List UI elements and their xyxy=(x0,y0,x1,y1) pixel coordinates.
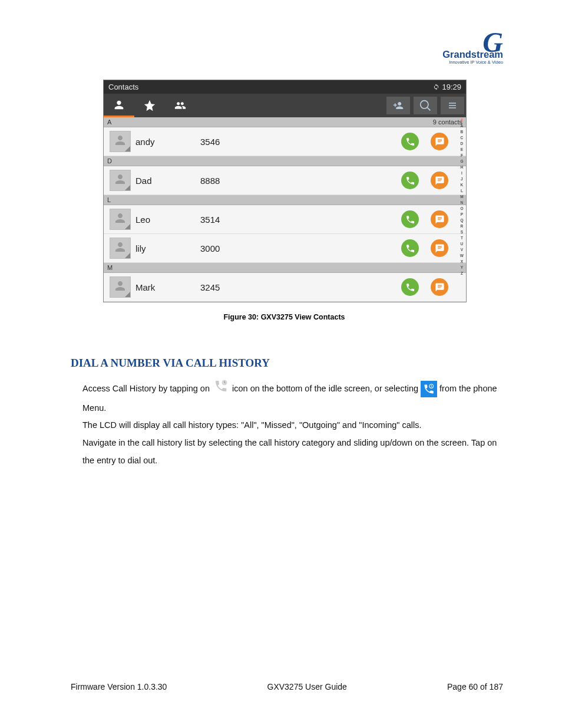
brand-tagline: Innovative IP Voice & Video xyxy=(442,60,503,65)
tab-contacts[interactable] xyxy=(104,94,134,117)
page-footer: Firmware Version 1.0.3.30 GXV3275 User G… xyxy=(71,682,503,691)
avatar xyxy=(110,209,131,230)
contacts-list[interactable]: A9 contactsandy3546DDad8888LLeo3514lily3… xyxy=(104,117,466,302)
section-header: A9 contacts xyxy=(104,117,466,127)
menu-button[interactable] xyxy=(441,97,464,114)
message-button[interactable] xyxy=(431,239,448,257)
person-add-icon xyxy=(392,100,404,111)
message-button[interactable] xyxy=(431,278,448,296)
message-button[interactable] xyxy=(431,210,448,228)
contact-number: 8888 xyxy=(200,176,220,186)
status-bar: Contacts 19:29 xyxy=(104,80,466,94)
star-icon xyxy=(143,99,156,112)
section-heading: DIAL A NUMBER VIA CALL HISTORY xyxy=(71,357,503,370)
message-button[interactable] xyxy=(431,172,448,189)
body-p1a: Access Call History by tapping on xyxy=(82,384,212,393)
section-header: L xyxy=(104,195,466,205)
footer-firmware: Firmware Version 1.0.3.30 xyxy=(71,682,167,691)
contacts-screenshot: Contacts 19:29 xyxy=(103,80,467,302)
tab-groups[interactable] xyxy=(165,94,196,117)
contact-name: andy xyxy=(135,137,200,147)
group-icon xyxy=(173,100,187,111)
body-text: Access Call History by tapping on icon o… xyxy=(82,379,503,470)
contact-row[interactable]: Mark3245 xyxy=(104,273,466,302)
call-history-grey-icon xyxy=(213,379,229,400)
contact-number: 3245 xyxy=(200,282,220,292)
call-history-blue-icon xyxy=(421,381,437,397)
call-button[interactable] xyxy=(401,239,419,257)
call-button[interactable] xyxy=(401,210,419,228)
call-button[interactable] xyxy=(401,133,419,150)
menu-icon xyxy=(447,101,458,110)
avatar xyxy=(110,131,131,152)
search-icon xyxy=(419,100,431,111)
contact-number: 3000 xyxy=(200,243,220,253)
body-p1b: icon on the bottom of the idle screen, o… xyxy=(232,384,421,393)
contact-number: 3546 xyxy=(200,137,220,147)
tab-favorites[interactable] xyxy=(134,94,165,117)
body-p2: The LCD will display all call history ty… xyxy=(82,420,421,430)
contact-row[interactable]: andy3546 xyxy=(104,127,466,156)
contact-row[interactable]: Dad8888 xyxy=(104,166,466,195)
person-icon xyxy=(113,98,125,111)
add-contact-button[interactable] xyxy=(386,97,410,114)
footer-title: GXV3275 User Guide xyxy=(267,682,347,691)
contact-count: 9 contacts xyxy=(433,118,462,126)
contact-number: 3514 xyxy=(200,215,220,225)
avatar xyxy=(110,276,131,298)
footer-page: Page 60 of 187 xyxy=(447,682,503,691)
contact-name: Mark xyxy=(135,282,200,292)
call-button[interactable] xyxy=(401,172,419,189)
tab-bar xyxy=(104,94,466,117)
contact-row[interactable]: lily3000 xyxy=(104,234,466,263)
body-p3: Navigate in the call history list by sel… xyxy=(82,438,497,465)
message-button[interactable] xyxy=(431,133,448,150)
brand-name: Grandstream xyxy=(442,49,503,60)
clock-time: 19:29 xyxy=(442,83,461,91)
contact-name: lily xyxy=(135,243,200,253)
app-title: Contacts xyxy=(108,83,138,91)
avatar xyxy=(110,238,131,259)
refresh-icon xyxy=(433,84,439,90)
contact-name: Dad xyxy=(135,176,200,186)
section-header: D xyxy=(104,156,466,166)
alpha-index[interactable]: #ABCDEFGHIJKLMNOPQRSTUVWXYZ xyxy=(460,117,464,276)
section-header: M xyxy=(104,263,466,273)
contact-row[interactable]: Leo3514 xyxy=(104,205,466,234)
contact-name: Leo xyxy=(135,215,200,225)
brand-logo: G Grandstream Innovative IP Voice & Vide… xyxy=(442,32,503,65)
call-button[interactable] xyxy=(401,278,419,296)
avatar xyxy=(110,170,131,191)
figure-caption: Figure 30: GXV3275 View Contacts xyxy=(103,313,465,321)
search-button[interactable] xyxy=(414,97,437,114)
